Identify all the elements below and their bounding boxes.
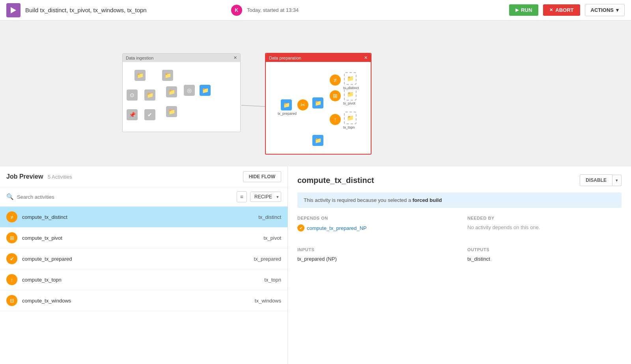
search-icon: 🔍 xyxy=(6,193,14,200)
header-title: Build tx_distinct, tx_pivot, tx_windows,… xyxy=(25,7,226,13)
activity-detail-title: compute_tx_distinct xyxy=(297,176,374,185)
activity-item[interactable]: ⊞ compute_tx_pivot tx_pivot xyxy=(0,228,287,248)
header: Build tx_distinct, tx_pivot, tx_windows,… xyxy=(0,0,631,21)
activity-icon: ⊟ xyxy=(6,295,17,306)
bottom-panel: Job Preview 5 Activities HIDE FLOW 🔍 ≡ R… xyxy=(0,166,631,364)
disable-button-wrap: DISABLE ▾ xyxy=(580,174,622,186)
right-panel: compute_tx_distinct DISABLE ▾ This activ… xyxy=(288,166,631,364)
depends-on-col: DEPENDS ON ✔ compute_tx_prepared_NP xyxy=(297,216,452,231)
node-circle-2: ◎ xyxy=(184,85,195,96)
disable-dropdown-button[interactable]: ▾ xyxy=(612,175,622,186)
activity-item[interactable]: ✔ compute_tx_prepared tx_prepared xyxy=(0,248,287,269)
play-icon xyxy=(6,3,21,17)
activity-name: compute_tx_windows xyxy=(22,298,250,304)
info-banner: This activity is required because you se… xyxy=(297,192,622,208)
node-circle: ⊙ xyxy=(127,90,138,101)
data-ingestion-box: Data ingestion ✕ 📁 📁 ⊙ 📁 📁 ◎ 📁 📌 ✔ 📁 xyxy=(122,53,241,132)
prep-node-2: ⊞ xyxy=(330,90,341,101)
activity-icon: ↑ xyxy=(6,274,17,285)
preparation-box-body: 📁 tx_prepared ✂ 📁 ≠ 📁 tx_distinct ⊞ 📁 tx… xyxy=(266,62,371,109)
ingestion-box-header: Data ingestion ✕ xyxy=(123,54,240,62)
recipe-select[interactable]: RECIPE xyxy=(250,192,281,202)
flow-area: Data ingestion ✕ 📁 📁 ⊙ 📁 📁 ◎ 📁 📌 ✔ 📁 Dat… xyxy=(0,21,631,166)
activity-dataset: tx_pivot xyxy=(263,235,281,241)
input-value: tx_prepared (NP) xyxy=(297,256,452,262)
output-value: tx_distinct xyxy=(467,256,622,262)
node-folder-5: 📁 xyxy=(166,106,177,117)
prep-node-blue: 📁 xyxy=(281,99,292,110)
needed-by-col: NEEDED BY No activity depends on this on… xyxy=(467,216,622,231)
actions-button[interactable]: ACTIONS xyxy=(585,4,625,16)
svg-line-0 xyxy=(241,105,265,106)
activity-icon: ✔ xyxy=(6,253,17,264)
hide-flow-button[interactable]: HIDE FLOW xyxy=(243,171,281,182)
activity-icon: ≠ xyxy=(6,211,17,222)
prep-node-dashed-3: 📁 xyxy=(344,112,357,124)
activity-name: compute_tx_topn xyxy=(22,277,259,283)
activity-item[interactable]: ≠ compute_tx_distinct tx_distinct xyxy=(0,207,287,228)
depends-link-icon: ✔ xyxy=(297,224,304,231)
needed-by-text: No activity depends on this one. xyxy=(467,224,540,230)
node-label-txprepared: tx_prepared xyxy=(278,112,297,116)
abort-button[interactable]: ABORT xyxy=(543,4,580,16)
outputs-col: OUTPUTS tx_distinct xyxy=(467,247,622,262)
activity-dataset: tx_prepared xyxy=(254,256,281,262)
search-filter-bar: 🔍 ≡ RECIPE xyxy=(0,187,287,207)
activity-name: compute_tx_distinct xyxy=(22,214,254,220)
node-check: ✔ xyxy=(144,109,155,120)
filter-button[interactable]: ≡ xyxy=(237,191,247,202)
prep-node-3: ↑ xyxy=(330,114,341,125)
search-input[interactable] xyxy=(17,194,233,200)
prep-node-scissors: ✂ xyxy=(297,99,308,110)
activity-icon: ⊞ xyxy=(6,232,17,243)
inputs-label: INPUTS xyxy=(297,247,452,252)
node-folder-1: 📁 xyxy=(134,70,146,81)
left-panel-header: Job Preview 5 Activities HIDE FLOW xyxy=(0,166,287,187)
data-preparation-box: Data preparation ✕ 📁 tx_prepared ✂ 📁 ≠ 📁… xyxy=(265,53,372,155)
user-badge: K xyxy=(231,5,242,16)
node-label-txpivot: tx_pivot xyxy=(343,101,355,105)
activity-list: ≠ compute_tx_distinct tx_distinct ⊞ comp… xyxy=(0,207,287,364)
depends-on-link[interactable]: ✔ compute_tx_prepared_NP xyxy=(297,224,452,231)
io-section: INPUTS tx_prepared (NP) OUTPUTS tx_disti… xyxy=(297,247,622,262)
activity-dataset: tx_distinct xyxy=(258,214,281,220)
activity-item[interactable]: ↑ compute_tx_topn tx_topn xyxy=(0,269,287,290)
recipe-select-wrap: RECIPE xyxy=(250,192,281,202)
prep-node-dashed-1: 📁 xyxy=(344,72,357,85)
prep-node-bottom: 📁 xyxy=(312,135,323,146)
ingestion-box-body: 📁 📁 ⊙ 📁 📁 ◎ 📁 📌 ✔ 📁 xyxy=(123,62,240,109)
needed-by-label: NEEDED BY xyxy=(467,216,622,220)
disable-button[interactable]: DISABLE xyxy=(580,174,612,186)
right-panel-header: compute_tx_distinct DISABLE ▾ xyxy=(297,174,622,186)
node-pin: 📌 xyxy=(127,109,138,120)
left-panel: Job Preview 5 Activities HIDE FLOW 🔍 ≡ R… xyxy=(0,166,288,364)
run-button[interactable]: RUN xyxy=(509,4,538,16)
inputs-col: INPUTS tx_prepared (NP) xyxy=(297,247,452,262)
activity-item[interactable]: ⊟ compute_tx_windows tx_windows xyxy=(0,290,287,311)
prep-node-main: 📁 xyxy=(312,97,323,108)
job-preview-heading: Job Preview 5 Activities xyxy=(6,173,72,180)
node-folder-4: 📁 xyxy=(166,86,177,97)
node-folder-3: 📁 xyxy=(144,90,155,101)
preparation-box-header: Data preparation ✕ xyxy=(266,54,371,62)
activity-dataset: tx_topn xyxy=(264,277,281,283)
activity-name: compute_tx_pivot xyxy=(22,235,259,241)
node-folder-2: 📁 xyxy=(162,70,173,81)
depends-on-label: DEPENDS ON xyxy=(297,216,452,220)
node-label-txtopn: tx_topn xyxy=(343,125,355,129)
activity-name: compute_tx_prepared xyxy=(22,256,249,262)
depends-section: DEPENDS ON ✔ compute_tx_prepared_NP NEED… xyxy=(297,216,622,231)
activity-dataset: tx_windows xyxy=(255,298,281,304)
header-time: Today, started at 13:34 xyxy=(247,7,299,13)
prep-node-dashed-2: 📁 xyxy=(344,88,357,101)
outputs-label: OUTPUTS xyxy=(467,247,622,252)
node-blue-1: 📁 xyxy=(200,85,211,96)
prep-node-notequal: ≠ xyxy=(330,75,341,86)
